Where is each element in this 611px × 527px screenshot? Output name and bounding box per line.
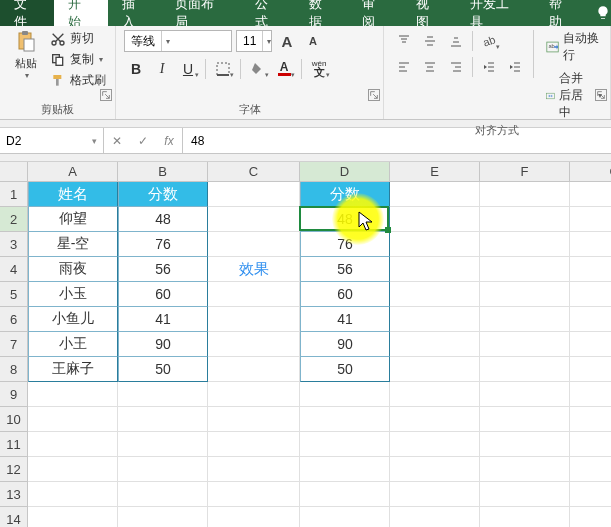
cell-F7[interactable] [480, 332, 570, 357]
cell-D14[interactable] [300, 507, 390, 527]
cell-G1[interactable] [570, 182, 611, 207]
cell-G12[interactable] [570, 457, 611, 482]
row-header-6[interactable]: 6 [0, 307, 28, 332]
wraptext-button[interactable]: ab自动换行 [546, 30, 602, 64]
table-row[interactable]: 小王 [28, 332, 118, 357]
cell-E4[interactable] [390, 257, 480, 282]
header-score-d[interactable]: 分数 [300, 182, 390, 207]
grow-font-button[interactable]: A [276, 30, 298, 52]
col-header-F[interactable]: F [480, 162, 570, 182]
cell-F4[interactable] [480, 257, 570, 282]
cell-G3[interactable] [570, 232, 611, 257]
spreadsheet-grid[interactable]: ABCDEFG 1234567891011121314 姓名分数分数仰望48星-… [0, 162, 611, 527]
font-launcher-icon[interactable] [368, 89, 380, 101]
cancel-icon[interactable]: ✕ [104, 134, 130, 148]
enter-icon[interactable]: ✓ [130, 134, 156, 148]
align-left-button[interactable] [392, 56, 416, 78]
cell-F13[interactable] [480, 482, 570, 507]
row-header-4[interactable]: 4 [0, 257, 28, 282]
formatpainter-button[interactable]: 格式刷 [50, 72, 106, 89]
table-row[interactable]: 小玉 [28, 282, 118, 307]
row-header-14[interactable]: 14 [0, 507, 28, 527]
clipboard-launcher-icon[interactable] [100, 89, 112, 101]
table-row[interactable]: 50 [118, 357, 208, 382]
menu-formulas[interactable]: 公式 [241, 0, 295, 26]
table-row[interactable]: 仰望 [28, 207, 118, 232]
header-score[interactable]: 分数 [118, 182, 208, 207]
phonetic-button[interactable]: wén文 [307, 58, 331, 80]
cell-C10[interactable] [208, 407, 300, 432]
table-row[interactable]: 56 [300, 257, 390, 282]
tell-me-icon[interactable] [595, 0, 611, 26]
table-row[interactable]: 60 [300, 282, 390, 307]
align-right-button[interactable] [444, 56, 468, 78]
cell-E11[interactable] [390, 432, 480, 457]
table-row[interactable]: 41 [118, 307, 208, 332]
merge-button[interactable]: 合并后居中▾ [546, 70, 602, 121]
cell-F11[interactable] [480, 432, 570, 457]
cell-G6[interactable] [570, 307, 611, 332]
bold-button[interactable]: B [124, 58, 148, 80]
table-row[interactable]: 41 [300, 307, 390, 332]
cell-G14[interactable] [570, 507, 611, 527]
cell-C7[interactable] [208, 332, 300, 357]
shrink-font-button[interactable]: A [302, 30, 324, 52]
cell-E14[interactable] [390, 507, 480, 527]
cell-G11[interactable] [570, 432, 611, 457]
cell-F12[interactable] [480, 457, 570, 482]
align-launcher-icon[interactable] [595, 89, 607, 101]
cell-C14[interactable] [208, 507, 300, 527]
cell-E12[interactable] [390, 457, 480, 482]
menu-pagelayout[interactable]: 页面布局 [161, 0, 241, 26]
col-header-A[interactable]: A [28, 162, 118, 182]
row-header-13[interactable]: 13 [0, 482, 28, 507]
cell-F3[interactable] [480, 232, 570, 257]
cell-B10[interactable] [118, 407, 208, 432]
cell-E3[interactable] [390, 232, 480, 257]
cell-E1[interactable] [390, 182, 480, 207]
table-row[interactable]: 56 [118, 257, 208, 282]
cell-A10[interactable] [28, 407, 118, 432]
border-button[interactable] [211, 58, 235, 80]
inc-indent-button[interactable] [503, 56, 527, 78]
cell-C1[interactable] [208, 182, 300, 207]
row-header-8[interactable]: 8 [0, 357, 28, 382]
cell-G5[interactable] [570, 282, 611, 307]
cell-D9[interactable] [300, 382, 390, 407]
cell-E7[interactable] [390, 332, 480, 357]
cut-button[interactable]: 剪切 [50, 30, 106, 47]
table-row[interactable]: 小鱼儿 [28, 307, 118, 332]
underline-button[interactable]: U [176, 58, 200, 80]
cell-C12[interactable] [208, 457, 300, 482]
effect-label[interactable]: 效果 [208, 257, 300, 282]
font-size-combo[interactable]: 11▾ [236, 30, 272, 52]
table-row[interactable]: 星-空 [28, 232, 118, 257]
cell-F6[interactable] [480, 307, 570, 332]
dec-indent-button[interactable] [477, 56, 501, 78]
table-row[interactable]: 76 [300, 232, 390, 257]
table-row[interactable]: 90 [300, 332, 390, 357]
row-header-10[interactable]: 10 [0, 407, 28, 432]
table-row[interactable]: 48 [118, 207, 208, 232]
align-center-button[interactable] [418, 56, 442, 78]
cell-F14[interactable] [480, 507, 570, 527]
table-row[interactable]: 90 [118, 332, 208, 357]
cell-C8[interactable] [208, 357, 300, 382]
cell-F8[interactable] [480, 357, 570, 382]
row-header-7[interactable]: 7 [0, 332, 28, 357]
orientation-button[interactable]: ab [477, 30, 501, 52]
cell-G8[interactable] [570, 357, 611, 382]
cell-A14[interactable] [28, 507, 118, 527]
cell-F2[interactable] [480, 207, 570, 232]
cell-D11[interactable] [300, 432, 390, 457]
cell-E9[interactable] [390, 382, 480, 407]
cell-G4[interactable] [570, 257, 611, 282]
col-header-D[interactable]: D [300, 162, 390, 182]
copy-button[interactable]: 复制▾ [50, 51, 106, 68]
cell-G9[interactable] [570, 382, 611, 407]
cell-F1[interactable] [480, 182, 570, 207]
font-color-button[interactable]: A [272, 58, 296, 80]
font-name-combo[interactable]: 等线▾ [124, 30, 232, 52]
row-header-12[interactable]: 12 [0, 457, 28, 482]
cell-B12[interactable] [118, 457, 208, 482]
